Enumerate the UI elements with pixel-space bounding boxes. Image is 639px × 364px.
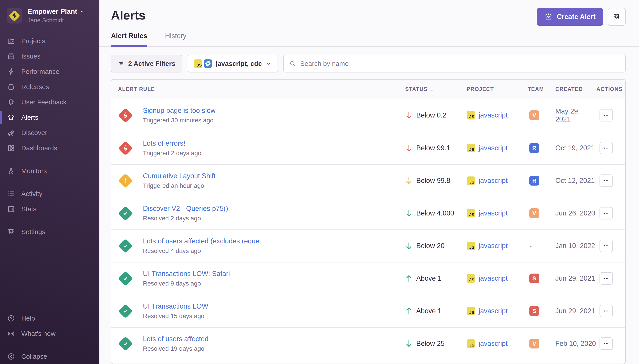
tab-alert-rules[interactable]: Alert Rules [111,32,147,47]
alert-rule-link[interactable]: Lots of errors! [143,140,201,148]
alert-rule-link[interactable]: Discover V2 - Queries p75() [143,204,228,212]
status-value: Below 25 [416,340,445,348]
project-link[interactable]: javascript [479,209,508,217]
sidebar: Empower Plant Jane Schmidt ProjectsIssue… [0,0,99,364]
sidebar-item-releases[interactable]: Releases [0,79,99,94]
project-selector-dropdown[interactable]: JS javascript, cdc [188,55,278,72]
sidebar-item-discover[interactable]: Discover [0,125,99,140]
ellipsis-icon [603,178,609,184]
whats-new-icon [7,330,15,338]
sidebar-item-stats[interactable]: Stats [0,201,99,216]
project-link[interactable]: javascript [479,274,508,282]
project-link[interactable]: javascript [479,144,508,152]
alert-rule-link[interactable]: Cumulative Layout Shift [143,172,215,180]
tab-bar: Alert RulesHistory [99,32,639,47]
gear-icon [613,13,621,21]
team-avatar: V [529,208,539,218]
created-date: Oct 12, 2021 [555,177,596,185]
created-date: Jun 26, 2020 [555,209,596,217]
tab-history[interactable]: History [165,32,186,47]
sidebar-item-alerts[interactable]: Alerts [0,110,99,125]
row-actions-button[interactable] [599,272,613,285]
alert-rule-link[interactable]: Lots of users affected (excludes reque… [143,237,266,245]
sidebar-item-label: Monitors [21,167,47,175]
sidebar-item-activity[interactable]: Activity [0,186,99,201]
page-title: Alerts [111,8,146,22]
org-switcher[interactable]: Empower Plant Jane Schmidt [0,0,99,30]
alert-rule-link[interactable]: Signup page is too slow [143,107,215,114]
alert-severity-icon [118,336,133,351]
trend-arrow-icon [405,242,413,250]
ellipsis-icon [603,112,609,118]
search-input[interactable] [300,60,620,68]
team-avatar: V [529,339,539,348]
alert-rule-link[interactable]: UI Transactions LOW: Safari [143,270,230,278]
sidebar-item-performance[interactable]: Performance [0,64,99,79]
sidebar-item-what-s-new[interactable]: What's new [0,326,99,341]
alert-rule-subtitle: Triggered 30 minutes ago [143,117,215,124]
row-actions-button[interactable] [599,240,613,252]
alert-severity-icon [118,206,133,220]
sidebar-item-help[interactable]: Help [0,310,99,326]
alert-rule-subtitle: Triggered 2 days ago [143,150,201,157]
project-link[interactable]: javascript [479,340,508,348]
alert-rule-subtitle: Resolved 4 days ago [143,248,266,254]
row-actions-button[interactable] [599,142,613,154]
row-actions-button[interactable] [599,338,613,350]
sidebar-item-settings[interactable]: Settings [0,224,99,240]
javascript-platform-icon: JS [467,242,475,250]
project-link[interactable]: javascript [479,177,508,185]
alert-severity-icon [118,141,133,156]
trend-arrow-icon [405,209,413,218]
alert-severity-icon [118,238,133,253]
sidebar-item-issues[interactable]: Issues [0,48,99,64]
row-actions-button[interactable] [599,305,613,317]
sidebar-item-label: Activity [21,190,42,198]
project-link[interactable]: javascript [479,242,508,250]
performance-icon [7,68,15,76]
create-alert-button[interactable]: Create Alert [537,8,603,26]
stats-icon [7,205,15,213]
project-link[interactable]: javascript [479,111,508,119]
column-header-team: Team [528,86,555,92]
alerts-icon [7,114,15,122]
javascript-platform-icon: JS [194,60,202,68]
ellipsis-icon [603,145,609,151]
column-header-status[interactable]: Status [405,86,467,92]
project-link[interactable]: javascript [479,307,508,315]
team-cell: V [528,208,555,218]
sidebar-item-collapse[interactable]: Collapse [0,349,99,364]
row-actions-button[interactable] [599,174,613,187]
alert-settings-button[interactable] [608,8,626,26]
ellipsis-icon [603,276,609,281]
project-cell: JS javascript [467,144,528,152]
javascript-platform-icon: JS [467,209,475,218]
trend-arrow-icon [405,111,413,120]
sidebar-item-label: Releases [21,83,49,91]
sidebar-item-user-feedback[interactable]: User Feedback [0,94,99,110]
sidebar-item-projects[interactable]: Projects [0,33,99,48]
alert-rule-link[interactable]: UI Transactions LOW [143,302,208,310]
row-actions-button[interactable] [599,207,613,220]
status-cell: Below 25 [405,340,467,348]
releases-icon [7,83,15,91]
search-container [283,55,626,72]
monitors-icon [7,167,15,175]
projects-icon [7,37,15,45]
sidebar-item-monitors[interactable]: Monitors [0,163,99,178]
user-feedback-icon [7,98,15,106]
project-cell: JS javascript [467,111,528,120]
row-actions-button[interactable] [599,109,613,122]
team-avatar: R [529,176,539,186]
javascript-platform-icon: JS [467,144,475,152]
team-cell: S [528,306,555,316]
active-filters-button[interactable]: 2 Active Filters [111,55,182,72]
team-empty: - [529,242,532,250]
sidebar-item-dashboards[interactable]: Dashboards [0,140,99,156]
trend-arrow-icon [405,176,413,185]
filter-toolbar: 2 Active Filters JS javascript, cdc [111,55,626,72]
alert-rule-link[interactable]: Lots of users affected [143,335,209,343]
table-row: Lots of users affected (excludes reque… … [111,230,625,262]
chevron-down-icon [266,60,272,67]
project-cell: JS javascript [467,209,528,218]
